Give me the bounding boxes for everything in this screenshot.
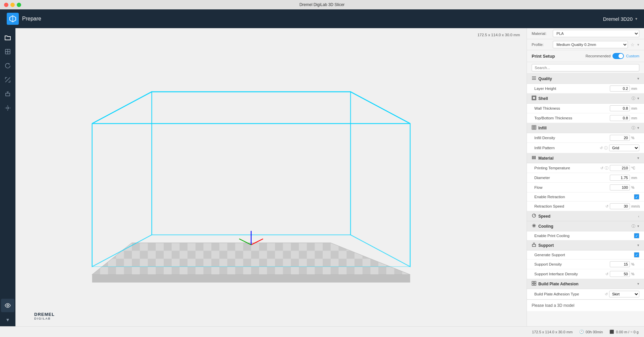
build-plate-chevron[interactable]: ▾ bbox=[637, 282, 639, 286]
infill-info-icon[interactable]: ⓘ bbox=[632, 125, 635, 130]
profile-star-icon[interactable]: ☆ bbox=[631, 42, 635, 47]
support-section-header[interactable]: Support ▾ bbox=[527, 240, 644, 250]
support-section-icon bbox=[532, 242, 536, 248]
material-section-header[interactable]: Material ▾ bbox=[527, 153, 644, 163]
material-select[interactable]: PLA bbox=[553, 30, 639, 37]
enable-cooling-checkbox[interactable]: ✓ bbox=[634, 233, 639, 238]
build-plate-section-header[interactable]: Build Plate Adhesion ▾ bbox=[527, 279, 644, 289]
layer-height-unit: mm bbox=[631, 87, 639, 91]
material-chevron[interactable]: ▾ bbox=[637, 156, 639, 160]
svg-marker-17 bbox=[92, 92, 152, 267]
build-plate-type-select[interactable]: Skirt bbox=[609, 291, 639, 297]
speed-title: Speed bbox=[538, 214, 550, 219]
recommended-label: Recommended bbox=[586, 54, 611, 58]
shell-icon bbox=[532, 96, 536, 101]
mode-toggle[interactable] bbox=[612, 53, 624, 59]
svg-line-41 bbox=[534, 215, 535, 216]
quality-icon bbox=[532, 76, 536, 81]
enable-cooling-label: Enable Print Cooling bbox=[534, 234, 634, 238]
printing-temp-input[interactable] bbox=[610, 165, 630, 171]
infill-density-input[interactable] bbox=[610, 135, 630, 141]
enable-retraction-row: Enable Retraction ✓ bbox=[527, 192, 644, 202]
retraction-speed-input[interactable] bbox=[610, 203, 630, 209]
support-interface-density-row: Support Interface Density ↺ % bbox=[527, 269, 644, 279]
infill-chevron[interactable]: ▾ bbox=[637, 126, 639, 130]
build-plate-type-reset-icon[interactable]: ↺ bbox=[605, 292, 608, 296]
quality-section-header[interactable]: Quality ▾ bbox=[527, 74, 644, 84]
profile-chevron-icon[interactable]: ▾ bbox=[637, 43, 639, 47]
material-section-icon bbox=[532, 155, 536, 161]
prepare-tab[interactable]: Prepare bbox=[22, 16, 41, 22]
support-interface-density-unit: % bbox=[631, 272, 639, 276]
dimensions-label: 172.5 x 114.0 x 30.0 mm bbox=[532, 330, 573, 334]
cooling-chevron[interactable]: ▾ bbox=[637, 224, 639, 228]
shell-section-header[interactable]: Shell ⓘ ▾ bbox=[527, 94, 644, 104]
layer-height-input[interactable] bbox=[610, 86, 630, 92]
retraction-speed-reset-icon[interactable]: ↺ bbox=[605, 204, 608, 209]
shell-info-icon[interactable]: ⓘ bbox=[632, 96, 635, 101]
support-chevron[interactable]: ▾ bbox=[637, 243, 639, 247]
sidebar-item-tools[interactable] bbox=[1, 101, 14, 115]
build-plate-icon bbox=[532, 281, 536, 287]
support-density-row: Support Density % bbox=[527, 260, 644, 269]
minimize-button[interactable] bbox=[10, 3, 15, 7]
dremel-logo: DREMEL bbox=[34, 312, 55, 317]
maximize-button[interactable] bbox=[17, 3, 21, 7]
enable-cooling-row: Enable Print Cooling ✓ bbox=[527, 231, 644, 240]
shell-title: Shell bbox=[538, 96, 548, 101]
flow-input[interactable] bbox=[610, 184, 630, 190]
svg-rect-5 bbox=[6, 93, 10, 96]
sidebar-item-support[interactable] bbox=[1, 87, 14, 101]
infill-pattern-reset-icon[interactable]: ↺ bbox=[600, 146, 603, 150]
svg-marker-19 bbox=[92, 92, 410, 124]
enable-retraction-checkbox[interactable]: ✓ bbox=[634, 194, 639, 200]
printer-name: Dremel 3D20 bbox=[603, 16, 633, 22]
support-density-input[interactable] bbox=[610, 261, 630, 267]
svg-marker-16 bbox=[152, 92, 351, 235]
print-setup-title: Print Setup bbox=[532, 54, 555, 59]
svg-point-8 bbox=[7, 107, 9, 109]
printing-temp-reset-icon[interactable]: ↺ bbox=[600, 166, 603, 170]
svg-rect-31 bbox=[532, 125, 536, 129]
cooling-section-header[interactable]: Cooling ⓘ ▾ bbox=[527, 221, 644, 231]
support-interface-reset-icon[interactable]: ↺ bbox=[605, 272, 608, 276]
quality-chevron[interactable]: ▾ bbox=[637, 76, 639, 81]
sidebar-item-rotate[interactable] bbox=[1, 59, 14, 72]
infill-pattern-select[interactable]: Grid bbox=[609, 145, 639, 151]
sidebar-item-view[interactable] bbox=[1, 299, 14, 312]
sidebar-item-expand[interactable]: ▾ bbox=[1, 313, 14, 326]
top-bottom-input[interactable] bbox=[610, 115, 630, 121]
infill-pattern-info-icon[interactable]: ⓘ bbox=[604, 146, 608, 151]
cooling-info-icon[interactable]: ⓘ bbox=[632, 224, 635, 229]
infill-section-header[interactable]: Infill ⓘ ▾ bbox=[527, 123, 644, 133]
svg-point-9 bbox=[7, 305, 9, 306]
svg-marker-14 bbox=[92, 243, 410, 275]
sidebar-item-scale[interactable] bbox=[1, 73, 14, 87]
profile-select[interactable]: Medium Quality 0.2mm bbox=[553, 41, 628, 48]
diameter-label: Diameter bbox=[534, 176, 610, 180]
wall-thickness-row: Wall Thickness mm bbox=[527, 104, 644, 113]
speed-collapse-icon[interactable]: ‹ bbox=[638, 214, 639, 218]
svg-rect-30 bbox=[533, 97, 535, 99]
printing-temp-info-icon[interactable]: ⓘ bbox=[605, 166, 608, 171]
dimension-display: 172.5 x 114.0 x 30.0 mm bbox=[477, 33, 520, 37]
please-load-message: Please load a 3D model bbox=[527, 299, 644, 311]
custom-label[interactable]: Custom bbox=[626, 54, 639, 58]
layer-height-row: Layer Height mm bbox=[527, 84, 644, 94]
search-input[interactable] bbox=[532, 64, 639, 71]
speed-section-header[interactable]: Speed ‹ bbox=[527, 211, 644, 221]
wall-thickness-input[interactable] bbox=[610, 105, 630, 111]
wall-thickness-label: Wall Thickness bbox=[534, 106, 610, 110]
printer-dropdown-arrow[interactable]: ▾ bbox=[635, 16, 637, 21]
support-interface-density-input[interactable] bbox=[610, 271, 630, 277]
sidebar-item-object[interactable] bbox=[1, 45, 14, 58]
close-button[interactable] bbox=[4, 3, 8, 7]
flow-label: Flow bbox=[534, 185, 610, 189]
support-density-label: Support Density bbox=[534, 262, 610, 266]
diameter-input[interactable] bbox=[610, 175, 630, 181]
sidebar-item-folder[interactable] bbox=[1, 31, 14, 44]
generate-support-checkbox[interactable]: ✓ bbox=[634, 252, 639, 258]
shell-chevron[interactable]: ▾ bbox=[637, 96, 639, 101]
infill-density-unit: % bbox=[631, 136, 639, 140]
printing-temp-row: Printing Temperature ↺ ⓘ °C bbox=[527, 163, 644, 173]
